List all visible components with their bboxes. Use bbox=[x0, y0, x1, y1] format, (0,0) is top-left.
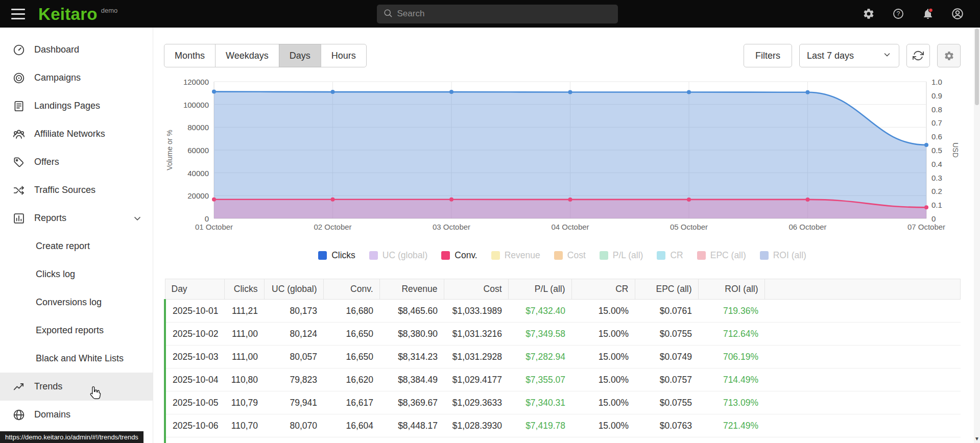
sidebar-item-conversions-log[interactable]: Conversions log bbox=[0, 288, 153, 316]
gear-icon bbox=[944, 51, 954, 61]
scrollbar-down-arrow[interactable]: ▼ bbox=[974, 436, 980, 441]
logo[interactable]: Keitaro demo bbox=[38, 6, 117, 22]
offers-icon bbox=[12, 156, 26, 169]
sidebar-item-label: Black and White Lists bbox=[36, 353, 124, 364]
notifications-bell-icon[interactable] bbox=[921, 7, 935, 21]
sidebar-item-dashboard[interactable]: Dashboard bbox=[0, 36, 153, 64]
sidebar-item-black-and-white-lists[interactable]: Black and White Lists bbox=[0, 344, 153, 373]
cell: $0.0761 bbox=[635, 300, 698, 323]
legend-item-cr[interactable]: CR bbox=[657, 250, 683, 261]
col-cost: Cost bbox=[444, 279, 508, 300]
cell: $599.0047 bbox=[444, 437, 508, 443]
legend-item-conv[interactable]: Conv. bbox=[441, 250, 477, 261]
sidebar-item-reports[interactable]: Reports bbox=[0, 204, 153, 232]
chart-plot-area[interactable]: 01 October02 October03 October04 October… bbox=[214, 82, 926, 236]
legend-swatch bbox=[697, 251, 706, 260]
table-row: 2025-10-04110,8079,82316,620$8,384.49$1,… bbox=[165, 368, 961, 391]
y-tick-right: 0.4 bbox=[931, 159, 942, 168]
cell: 16,650 bbox=[323, 323, 379, 346]
sidebar-item-clicks-log[interactable]: Clicks log bbox=[0, 260, 153, 288]
help-icon[interactable]: ? bbox=[891, 7, 905, 21]
col-cr: CR bbox=[571, 279, 635, 300]
legend-item-p-l-all[interactable]: P/L (all) bbox=[600, 250, 643, 261]
tab-months[interactable]: Months bbox=[164, 44, 216, 67]
tab-weekdays[interactable]: Weekdays bbox=[215, 44, 279, 67]
sidebar-item-affiliate-networks[interactable]: Affiliate Networks bbox=[0, 120, 153, 148]
campaigns-icon bbox=[12, 71, 26, 85]
table-row: 2025-10-01111,2180,17316,680$8,465.60$1,… bbox=[165, 300, 961, 323]
trends-chart[interactable]: Volume or % 1200001000008000060000400002… bbox=[164, 82, 961, 236]
filters-button[interactable]: Filters bbox=[744, 44, 792, 67]
legend-label: P/L (all) bbox=[613, 250, 643, 261]
chart-legend: ClicksUC (global)Conv.RevenueCostP/L (al… bbox=[164, 249, 961, 261]
sidebar-item-label: Campaigns bbox=[34, 72, 81, 83]
cell: 110,79 bbox=[224, 391, 264, 414]
legend-swatch bbox=[600, 251, 608, 260]
sidebar-item-traffic-sources[interactable]: Traffic Sources bbox=[0, 176, 153, 204]
cell: $8,369.67 bbox=[379, 391, 444, 414]
sidebar-item-trends[interactable]: Trends bbox=[0, 373, 153, 401]
legend-swatch bbox=[318, 251, 327, 260]
legend-label: ROI (all) bbox=[773, 250, 806, 261]
cell: 2025-10-02 bbox=[165, 323, 224, 346]
left-axis-label: Volume or % bbox=[165, 130, 174, 170]
cell: $8,314.23 bbox=[379, 346, 444, 368]
cell: 110,70 bbox=[224, 414, 264, 437]
table-header-row: DayClicksUC (global)Conv.RevenueCostP/L … bbox=[165, 279, 961, 300]
cell: $7,355.07 bbox=[508, 368, 571, 391]
cell: $1,031.2928 bbox=[444, 346, 508, 368]
cell: 15.00% bbox=[571, 346, 635, 368]
legend-swatch bbox=[491, 251, 500, 260]
cell: 16,620 bbox=[323, 368, 379, 391]
search-bar[interactable] bbox=[377, 5, 618, 23]
legend-item-cost[interactable]: Cost bbox=[554, 250, 586, 261]
cell: $1,033.1989 bbox=[444, 300, 508, 323]
trends-table: DayClicksUC (global)Conv.RevenueCostP/L … bbox=[164, 279, 961, 443]
date-range-select[interactable]: Last 7 days bbox=[799, 44, 899, 67]
y-tick: 100000 bbox=[183, 100, 209, 109]
y-tick: 80000 bbox=[187, 123, 209, 132]
sidebar-item-domains[interactable]: Domains bbox=[0, 401, 153, 429]
search-input[interactable] bbox=[397, 9, 612, 19]
scrollbar[interactable]: ▼ bbox=[974, 28, 980, 443]
cell: 111,21 bbox=[224, 300, 264, 323]
sidebar: DashboardCampaignsLandings PagesAffiliat… bbox=[0, 28, 153, 443]
status-url-tooltip: https://demo.keitaro.io/admin/#!/trends/… bbox=[0, 431, 144, 443]
cell: 2025-10-01 bbox=[165, 300, 224, 323]
cell: $1,029.4177 bbox=[444, 368, 508, 391]
sidebar-item-create-report[interactable]: Create report bbox=[0, 232, 153, 260]
tab-hours[interactable]: Hours bbox=[321, 44, 367, 67]
legend-swatch bbox=[369, 251, 378, 260]
cell: 16,604 bbox=[323, 414, 379, 437]
sidebar-item-exported-reports[interactable]: Exported reports bbox=[0, 316, 153, 344]
y-tick: 120000 bbox=[183, 78, 209, 86]
sidebar-item-label: Affiliate Networks bbox=[34, 129, 105, 139]
y-tick: 20000 bbox=[187, 191, 209, 200]
account-icon[interactable] bbox=[950, 7, 965, 21]
sidebar-item-landings-pages[interactable]: Landings Pages bbox=[0, 92, 153, 120]
legend-item-epc-all[interactable]: EPC (all) bbox=[697, 250, 746, 261]
cell: 46,521 bbox=[264, 437, 323, 443]
dashboard-icon bbox=[12, 43, 26, 57]
gear-icon[interactable] bbox=[862, 7, 876, 21]
sidebar-item-campaigns[interactable]: Campaigns bbox=[0, 64, 153, 92]
col-roi-all: ROI (all) bbox=[698, 279, 764, 300]
x-axis-labels: 01 October02 October03 October04 October… bbox=[214, 223, 926, 236]
legend-item-roi-all[interactable]: ROI (all) bbox=[760, 250, 806, 261]
legend-label: Conv. bbox=[455, 250, 477, 261]
legend-item-clicks[interactable]: Clicks bbox=[318, 250, 355, 261]
legend-item-revenue[interactable]: Revenue bbox=[491, 250, 540, 261]
cell: 16,650 bbox=[323, 346, 379, 368]
legend-item-uc-global[interactable]: UC (global) bbox=[369, 250, 428, 261]
sidebar-item-label: Traffic Sources bbox=[34, 185, 95, 195]
menu-icon[interactable] bbox=[11, 9, 25, 19]
cell: 15.00% bbox=[571, 391, 635, 414]
tab-days[interactable]: Days bbox=[279, 44, 321, 67]
cell: 110,80 bbox=[224, 368, 264, 391]
refresh-button[interactable] bbox=[906, 44, 930, 67]
scrollbar-thumb[interactable] bbox=[975, 29, 979, 105]
chart-settings-button[interactable] bbox=[937, 44, 961, 67]
chevron-down-icon bbox=[132, 213, 142, 224]
sidebar-item-offers[interactable]: Offers bbox=[0, 148, 153, 176]
cell: 80,173 bbox=[264, 300, 323, 323]
